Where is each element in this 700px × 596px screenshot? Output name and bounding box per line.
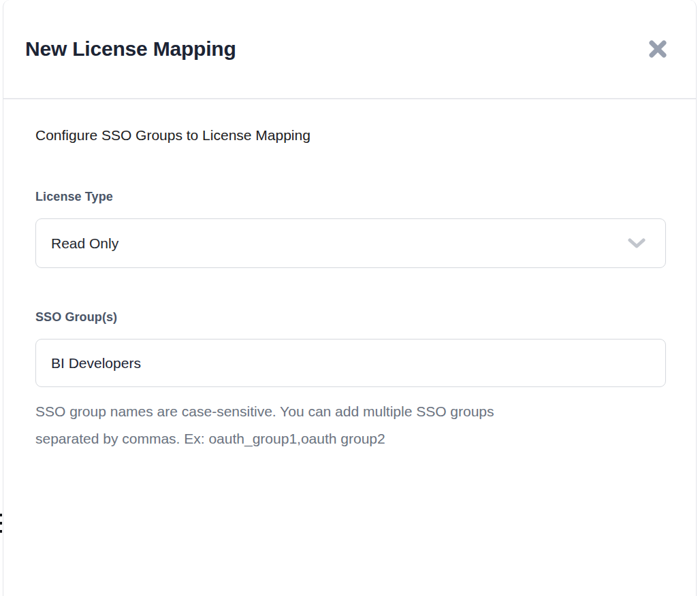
sso-groups-helper-text: SSO group names are case-sensitive. You …	[35, 398, 666, 452]
license-type-label: License Type	[35, 190, 666, 204]
sso-groups-input[interactable]	[35, 339, 666, 387]
menu-dash-icon	[0, 514, 2, 516]
modal-body: Configure SSO Groups to License Mapping …	[3, 99, 696, 452]
modal-header: New License Mapping	[3, 0, 696, 99]
modal-title: New License Mapping	[25, 37, 236, 61]
helper-text-line: SSO group names are case-sensitive. You …	[35, 398, 666, 425]
new-license-mapping-modal: New License Mapping Configure SSO Groups…	[3, 0, 697, 596]
sso-groups-label: SSO Group(s)	[35, 310, 666, 325]
menu-dash-icon	[0, 522, 2, 525]
menu-dash-icon	[0, 530, 2, 533]
close-button[interactable]	[646, 37, 669, 61]
license-type-selected-value: Read Only	[51, 235, 118, 252]
helper-text-line: separated by commas. Ex: oauth_group1,oa…	[35, 425, 666, 452]
chevron-down-icon	[627, 238, 646, 249]
x-icon	[648, 39, 668, 59]
license-type-select[interactable]: Read Only	[35, 218, 666, 268]
modal-subtitle: Configure SSO Groups to License Mapping	[35, 127, 666, 144]
